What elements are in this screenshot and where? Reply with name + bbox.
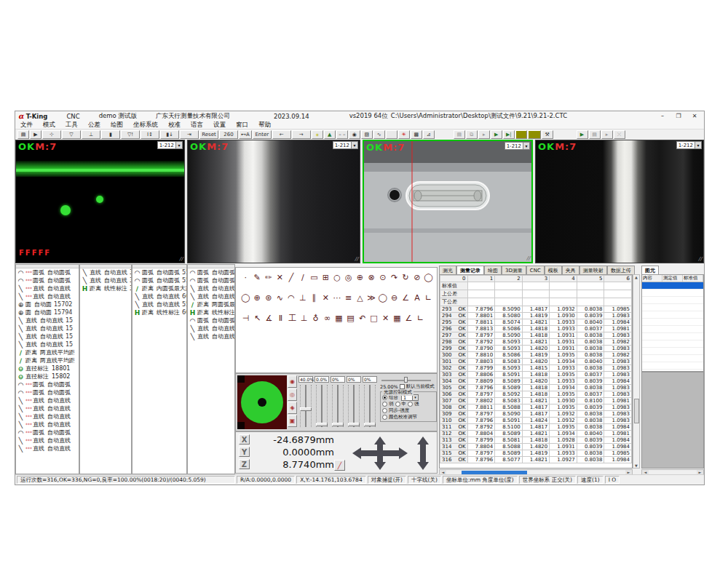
image-view-button[interactable]: ▲: [324, 130, 336, 139]
light-slider-2[interactable]: 0.0%: [314, 375, 330, 431]
feature-row[interactable]: ╲***直线自动直线: [16, 445, 79, 453]
element-row[interactable]: [642, 348, 703, 355]
element-row[interactable]: [642, 311, 703, 319]
feature-row[interactable]: H距离线性标注66: [132, 308, 186, 316]
toolbox-tool-icon[interactable]: ⊗: [366, 272, 377, 282]
menu-item-工具[interactable]: 工具: [60, 121, 83, 129]
save-2-button[interactable]: ▤: [589, 130, 601, 139]
toolbox-tool-icon[interactable]: ▦: [333, 313, 344, 323]
dither-1-button[interactable]: ▨: [361, 130, 373, 139]
toolbox-tool-icon[interactable]: ⊞: [320, 272, 331, 282]
toolbox-tool-icon[interactable]: A: [412, 292, 423, 303]
toolbox-tool-icon[interactable]: ◯: [240, 292, 251, 303]
feature-row[interactable]: ∕距离两圆弧最大距: [188, 300, 234, 308]
table-row[interactable]: 309OK7.87978.50901.48171.09320.80381.098…: [440, 411, 632, 418]
table-row[interactable]: 305OK7.87968.50891.48181.09340.80381.098…: [440, 385, 632, 391]
table-row[interactable]: 313OK7.87998.50811.48181.09280.80391.098…: [440, 437, 632, 444]
menu-item-窗口[interactable]: 窗口: [231, 121, 253, 129]
table-row[interactable]: 299OK7.87908.50931.48201.09310.80381.098…: [440, 346, 632, 352]
feature-row[interactable]: ⊕圆自动圆15702: [16, 300, 79, 308]
light-slider-4[interactable]: 0%: [346, 375, 362, 431]
toolbox-tool-icon[interactable]: ∟: [423, 292, 434, 303]
enter-button-button[interactable]: Enter: [253, 130, 272, 139]
camera3-lens-select[interactable]: 1-212▾: [505, 142, 530, 150]
toolbox-tool-icon[interactable]: 工: [287, 313, 298, 323]
feature-row[interactable]: ◠***圆弧自动圆弧: [16, 276, 79, 284]
tab-3D测量[interactable]: 3D测量: [502, 266, 526, 274]
toolbox-tool-icon[interactable]: Ⅱ: [275, 313, 286, 323]
toolbox-tool-icon[interactable]: ⊖: [389, 292, 400, 303]
element-row[interactable]: [642, 319, 703, 326]
radio-color-cal[interactable]: [382, 415, 387, 420]
feature-row[interactable]: ╲直线自动直线55: [188, 324, 234, 332]
run-tool-button[interactable]: ⚒: [542, 130, 553, 139]
feature-row[interactable]: ◠圆弧自动圆弧55: [188, 268, 234, 276]
tab-测量映射[interactable]: 测量映射: [579, 266, 607, 274]
tab-CNC[interactable]: CNC: [526, 266, 545, 274]
menu-item-绘图[interactable]: 绘图: [106, 121, 128, 129]
save-run-button[interactable]: ▤: [454, 130, 465, 139]
table-row[interactable]: 303OK7.88068.50911.48181.09350.80371.098…: [440, 372, 632, 378]
toolbox-tool-icon[interactable]: ⊥: [298, 292, 309, 303]
feature-row[interactable]: H距离线性标注55: [188, 308, 234, 316]
chevron-down-icon[interactable]: ▾: [412, 395, 418, 400]
open-run-button[interactable]: ▸: [478, 130, 490, 139]
reset-button-button[interactable]: Reset: [199, 130, 218, 139]
menu-item-设置[interactable]: 设置: [208, 121, 231, 129]
light-slider-3[interactable]: 0%: [330, 375, 346, 431]
toolbox-tool-icon[interactable]: ⊘: [412, 272, 423, 282]
element-row[interactable]: [642, 304, 703, 311]
toolbox-tool-icon[interactable]: ✕: [320, 292, 331, 303]
stop-button[interactable]: ■: [515, 130, 527, 139]
element-grid[interactable]: 内容测定值标准值: [641, 274, 704, 372]
element-row[interactable]: [642, 362, 703, 370]
resize-grip-icon[interactable]: //: [355, 256, 358, 262]
ring-light-button-1[interactable]: ◉: [288, 375, 297, 388]
feature-row[interactable]: ◠***圆弧自动圆弧: [16, 268, 79, 276]
focus-updown-button[interactable]: I↕: [141, 130, 159, 139]
radio-mid[interactable]: [395, 402, 400, 407]
arrow-left-button[interactable]: ←: [272, 130, 291, 139]
toolbox-tool-icon[interactable]: ◯: [377, 292, 388, 303]
element-row[interactable]: [642, 297, 703, 304]
toolbox-tool-icon[interactable]: ⊕: [252, 292, 263, 303]
toolbox-tool-icon[interactable]: ∕: [298, 272, 309, 282]
feature-row[interactable]: ╲直线自动直线55: [188, 332, 234, 340]
lamp-button[interactable]: ⚹: [312, 130, 323, 139]
menu-item-坐标系统[interactable]: 坐标系统: [128, 121, 163, 129]
table-row[interactable]: 294OK7.88018.50801.48191.09300.80391.098…: [440, 313, 632, 319]
tab-测光[interactable]: 测光: [439, 266, 456, 274]
maximize-button[interactable]: ❐: [670, 111, 687, 121]
open-file-button[interactable]: ▶: [30, 130, 41, 139]
table-row[interactable]: 310OK7.87968.50911.48241.09320.80381.098…: [440, 418, 632, 424]
curve-tool-button[interactable]: ∿: [373, 130, 385, 139]
toolbox-tool-icon[interactable]: ∠: [403, 313, 414, 323]
table-row[interactable]: 296OK7.88138.50861.48181.09330.80371.098…: [440, 326, 632, 332]
tab-绘图[interactable]: 绘图: [484, 266, 502, 274]
element-row[interactable]: [642, 290, 703, 297]
close-tool-button[interactable]: ⤫: [614, 130, 625, 139]
camera-view-4[interactable]: OKM:7 1-212▾ //: [535, 140, 704, 263]
table-row[interactable]: 308OK7.88118.50881.48171.09350.80391.098…: [440, 404, 632, 411]
default-mode-checkbox[interactable]: [400, 384, 405, 389]
feature-row[interactable]: ╲直线自动直线15: [16, 340, 79, 348]
slider-thumb[interactable]: [332, 423, 344, 426]
play-2-button[interactable]: ▶: [577, 130, 588, 139]
menu-item-公差[interactable]: 公差: [83, 121, 106, 129]
light-slider-5[interactable]: 0%: [362, 375, 378, 431]
ring-light-button-2[interactable]: ◎: [288, 388, 297, 401]
toolbox-tool-icon[interactable]: ↻: [400, 272, 411, 282]
feature-row[interactable]: ╲直线自动直线55: [188, 292, 234, 300]
table-row[interactable]: 306OK7.87978.50921.48181.09350.80371.098…: [440, 391, 632, 398]
feature-row[interactable]: ∕距离两直线平均距: [16, 348, 79, 356]
toolbox-tool-icon[interactable]: ↶: [357, 313, 368, 323]
element-row[interactable]: [642, 340, 703, 348]
table-row[interactable]: 314OK7.88048.50881.48201.09310.80391.098…: [440, 444, 632, 450]
radio-weak[interactable]: [382, 402, 387, 407]
open-2-button[interactable]: ▸: [601, 130, 613, 139]
camera-view-3-selected[interactable]: OKM:7 1-212▾ //: [363, 140, 533, 263]
menu-item-帮助[interactable]: 帮助: [253, 121, 276, 129]
chevron-down-icon[interactable]: ▾: [351, 142, 357, 148]
table-row[interactable]: 295OK7.88118.50741.48211.09330.80401.098…: [440, 319, 632, 326]
feature-row[interactable]: ╲***直线自动直线: [16, 404, 79, 412]
